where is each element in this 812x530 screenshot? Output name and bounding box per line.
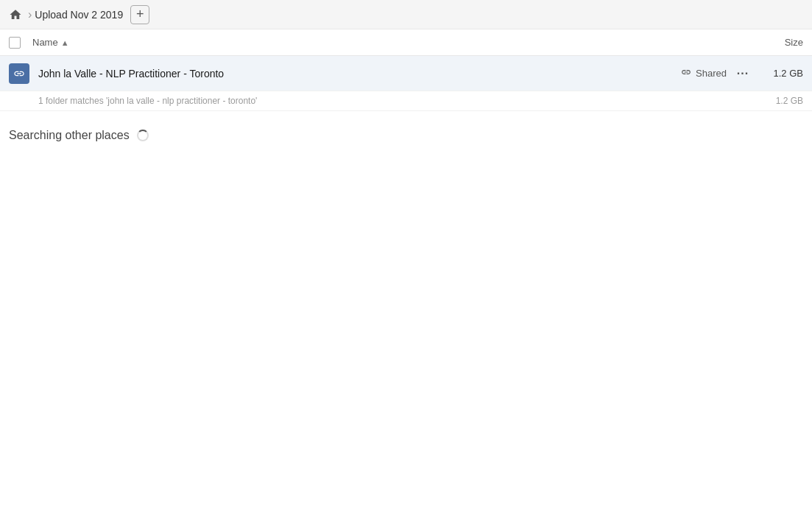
select-all-checkbox[interactable] (9, 37, 21, 49)
breadcrumb-bar: › Upload Nov 2 2019 + (0, 0, 812, 29)
file-size-label: 1.2 GB (759, 68, 803, 79)
breadcrumb-separator: › (28, 8, 32, 21)
link-icon (681, 67, 691, 80)
name-column-header[interactable]: Name ▲ (32, 37, 744, 48)
add-button[interactable]: + (130, 5, 149, 24)
match-info-row: 1 folder matches 'john la valle - nlp pr… (0, 91, 812, 111)
loading-spinner (137, 130, 149, 141)
match-info-text: 1 folder matches 'john la valle - nlp pr… (38, 96, 257, 106)
select-all-checkbox-col (9, 37, 32, 49)
match-size: 1.2 GB (776, 96, 803, 106)
file-icon-wrap (9, 63, 32, 84)
file-list-row[interactable]: John la Valle - NLP Practitioner - Toron… (0, 56, 812, 91)
home-button[interactable] (9, 8, 22, 21)
shared-section: Shared (681, 67, 727, 80)
size-column-header: Size (744, 37, 803, 48)
sort-arrow-icon: ▲ (61, 38, 69, 47)
folder-link-icon (9, 63, 29, 84)
shared-label: Shared (696, 68, 727, 79)
file-name-label: John la Valle - NLP Practitioner - Toron… (32, 68, 681, 80)
searching-label: Searching other places (9, 129, 130, 142)
searching-section: Searching other places (0, 111, 812, 151)
more-options-button[interactable]: ··· (732, 63, 753, 84)
name-column-label: Name (32, 37, 58, 48)
column-header-row: Name ▲ Size (0, 29, 812, 56)
breadcrumb-current: Upload Nov 2 2019 (35, 9, 123, 21)
